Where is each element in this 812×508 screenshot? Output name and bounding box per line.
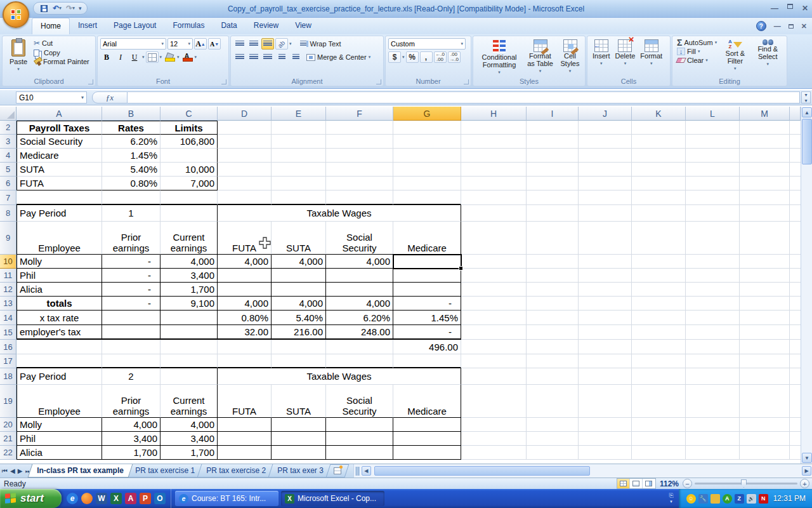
cell-J13[interactable]	[579, 297, 632, 311]
conditional-formatting-button[interactable]: Conditional Formatting▾	[476, 38, 523, 77]
cell-G10[interactable]	[393, 255, 461, 269]
cell-M4[interactable]	[740, 149, 790, 163]
cell-A19[interactable]: Employee	[16, 385, 102, 418]
cell-G2[interactable]	[393, 121, 461, 135]
cell-K13[interactable]	[632, 297, 686, 311]
cell-E5[interactable]	[272, 163, 326, 177]
cell-I19[interactable]	[527, 385, 579, 418]
task-button-excel[interactable]: XMicrosoft Excel - Cop...	[281, 491, 384, 506]
cell-K2[interactable]	[632, 121, 686, 135]
cell-A5[interactable]: SUTA	[16, 163, 102, 177]
copy-button[interactable]: Copy	[32, 48, 91, 57]
cell-A6[interactable]: FUTA	[16, 177, 102, 190]
cell-K19[interactable]	[632, 385, 686, 418]
cell-G9[interactable]: Medicare	[393, 222, 461, 255]
clipboard-dialog-launcher[interactable]	[88, 79, 93, 84]
cell-G7[interactable]	[393, 190, 461, 205]
cell-H11[interactable]	[461, 269, 527, 283]
cell-M13[interactable]	[740, 297, 790, 311]
align-bottom-button[interactable]	[261, 38, 274, 50]
excel-icon[interactable]: X	[110, 493, 122, 504]
cell-styles-button[interactable]: Cell Styles▾	[558, 38, 582, 77]
cell-D16[interactable]	[218, 340, 272, 354]
cell-C12[interactable]: 1,700	[160, 283, 218, 297]
alignment-dialog-launcher[interactable]	[376, 79, 381, 84]
cell-E7[interactable]	[272, 190, 326, 205]
outlook-icon[interactable]: O	[154, 493, 166, 504]
autosum-button[interactable]: ΣAutoSum▾	[675, 38, 719, 47]
decrease-decimal-button[interactable]: .00→.0	[448, 51, 461, 63]
cell-L13[interactable]	[686, 297, 740, 311]
cell-I12[interactable]	[527, 283, 579, 297]
cell-M8[interactable]	[740, 205, 790, 222]
cell-J19[interactable]	[579, 385, 632, 418]
cell-I20[interactable]	[527, 418, 579, 432]
row-header-15[interactable]: 15	[0, 325, 16, 340]
cell-L21[interactable]	[686, 432, 740, 446]
cell-K22[interactable]	[632, 446, 686, 460]
cell-E20[interactable]	[272, 418, 326, 432]
cell-B5[interactable]: 5.40%	[102, 163, 160, 177]
cell-H9[interactable]	[461, 222, 527, 255]
cell-D11[interactable]	[218, 269, 272, 283]
page-break-view-button[interactable]	[643, 479, 655, 488]
workbook-close-button[interactable]: ✕	[801, 22, 807, 30]
cell-D20[interactable]	[218, 418, 272, 432]
cell-C3[interactable]: 106,800	[160, 135, 218, 149]
cell-F17[interactable]	[326, 354, 393, 368]
cell-D9[interactable]: FUTA	[218, 222, 272, 255]
close-button[interactable]: ✕	[802, 4, 808, 13]
cell-K20[interactable]	[632, 418, 686, 432]
cell-L22[interactable]	[686, 446, 740, 460]
insert-cells-button[interactable]: Insert▾	[590, 38, 613, 69]
cell-K15[interactable]	[632, 325, 686, 340]
tab-home[interactable]: Home	[32, 18, 70, 34]
cell-F4[interactable]	[326, 149, 393, 163]
align-left-button[interactable]	[233, 51, 246, 63]
cell-J11[interactable]	[579, 269, 632, 283]
zone-icon[interactable]: Z	[735, 494, 744, 504]
cell-A20[interactable]: Molly	[16, 418, 102, 432]
cell-J5[interactable]	[579, 163, 632, 177]
font-name-combo[interactable]: Arial▾	[100, 38, 166, 50]
row-header-7[interactable]: 7	[0, 190, 16, 205]
cell-L9[interactable]	[686, 222, 740, 255]
next-sheet-button[interactable]: ▶	[18, 467, 23, 474]
cell-G5[interactable]	[393, 163, 461, 177]
cell-M12[interactable]	[740, 283, 790, 297]
cell-M17[interactable]	[740, 354, 790, 368]
cell-C19[interactable]: Current earnings	[160, 385, 218, 418]
cell-K3[interactable]	[632, 135, 686, 149]
cell-I11[interactable]	[527, 269, 579, 283]
cell-B2[interactable]: Rates	[102, 121, 160, 135]
cell-F22[interactable]	[326, 446, 393, 460]
cell-I8[interactable]	[527, 205, 579, 222]
antivirus-icon[interactable]: A	[723, 494, 732, 504]
cell-F11[interactable]	[326, 269, 393, 283]
cell-K6[interactable]	[632, 177, 686, 190]
cell-K4[interactable]	[632, 149, 686, 163]
row-header-8[interactable]: 8	[0, 205, 16, 222]
cell-D3[interactable]	[218, 135, 272, 149]
sheet-tab-in-class-pr-tax-example[interactable]: In-class PR tax example	[28, 464, 133, 478]
cell-I16[interactable]	[527, 340, 579, 354]
cell-L6[interactable]	[686, 177, 740, 190]
cell-I14[interactable]	[527, 311, 579, 325]
tab-page-layout[interactable]: Page Layout	[105, 18, 164, 34]
cell-J4[interactable]	[579, 149, 632, 163]
cell-F2[interactable]	[326, 121, 393, 135]
increase-decimal-button[interactable]: ←.0.00	[434, 51, 447, 63]
cell-A7[interactable]	[16, 190, 102, 205]
cell-G16[interactable]: 496.00	[393, 340, 461, 354]
cell-L5[interactable]	[686, 163, 740, 177]
cell-J6[interactable]	[579, 177, 632, 190]
cell-M9[interactable]	[740, 222, 790, 255]
firefox-icon[interactable]	[81, 493, 93, 504]
cell-B3[interactable]: 6.20%	[102, 135, 160, 149]
cell-I10[interactable]	[527, 255, 579, 269]
minimize-button[interactable]: —	[771, 4, 778, 13]
cell-D10[interactable]: 4,000	[218, 255, 272, 269]
cell-H21[interactable]	[461, 432, 527, 446]
zoom-in-icon[interactable]: +	[800, 479, 809, 488]
column-header-H[interactable]: H	[461, 107, 527, 121]
